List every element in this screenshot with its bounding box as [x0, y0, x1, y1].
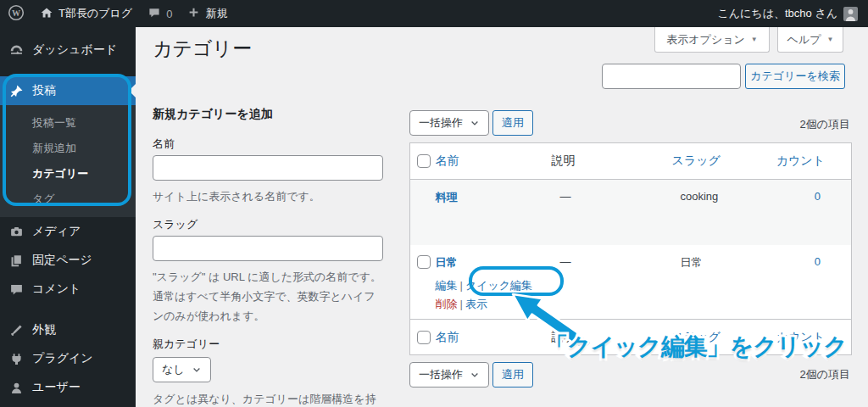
posts-submenu: 投稿一覧 新規追加 カテゴリー タグ	[0, 105, 136, 217]
sidebar-item-label: メディア	[32, 224, 81, 239]
paintbrush-icon	[8, 321, 25, 338]
parent-category-label: 親カテゴリー	[153, 337, 383, 352]
sidebar-item-label: ユーザー	[32, 380, 81, 395]
sidebar-item-users[interactable]: ユーザー	[0, 373, 136, 402]
sidebar-item-media[interactable]: メディア	[0, 217, 136, 246]
apply-button[interactable]: 適用	[492, 110, 533, 136]
admin-bar: W T部長のブログ 0 新規 こんにちは、tbcho さん	[0, 0, 868, 27]
category-count-link[interactable]: 0	[815, 255, 821, 268]
category-slug: 日常	[672, 245, 771, 320]
column-header-count[interactable]: カウント	[771, 143, 852, 180]
categories-list: 一括操作 適用 2個の項目 名前 説明 スラッグ カウント 料理	[409, 110, 851, 387]
parent-category-select[interactable]: なし	[153, 357, 211, 382]
page-title: カテゴリー	[153, 36, 252, 61]
category-description: —	[552, 245, 672, 320]
submenu-item-all-posts[interactable]: 投稿一覧	[0, 110, 136, 136]
my-account-menu[interactable]: こんにちは、tbcho さん	[717, 6, 868, 21]
item-count: 2個の項目	[799, 367, 850, 382]
pushpin-icon	[8, 82, 25, 99]
edit-link[interactable]: 編集	[436, 279, 458, 292]
sidebar-item-comments[interactable]: コメント	[0, 275, 136, 304]
home-icon	[40, 6, 53, 22]
comment-icon	[8, 281, 25, 298]
menu-separator	[0, 304, 136, 315]
apply-button[interactable]: 適用	[492, 362, 533, 387]
category-description: —	[552, 180, 672, 245]
wordpress-logo-icon: W	[8, 4, 25, 24]
sidebar-item-tools-partial[interactable]	[0, 402, 136, 407]
comments-menu[interactable]: 0	[140, 0, 180, 27]
avatar	[843, 7, 858, 21]
category-slug-input[interactable]	[153, 236, 383, 261]
parent-description: タグとは異なり、カテゴリーは階層構造を持つことができます。たとえば、ジャズという…	[153, 389, 383, 407]
bulk-action-select[interactable]: 一括操作	[409, 362, 489, 387]
screen-options-button[interactable]: 表示オプション ▼	[654, 27, 770, 53]
search-categories-button[interactable]: カテゴリーを検索	[745, 64, 845, 89]
sidebar-item-label: 投稿	[32, 83, 56, 98]
sidebar-item-pages[interactable]: 固定ページ	[0, 246, 136, 275]
camera-icon	[8, 223, 25, 240]
bulk-actions-top: 一括操作 適用 2個の項目	[409, 110, 851, 136]
sidebar-item-posts[interactable]: 投稿	[0, 76, 136, 105]
column-header-description: 説明	[552, 143, 672, 180]
add-category-form: 新規カテゴリーを追加 名前 サイト上に表示される名前です。 スラッグ "スラッグ…	[153, 107, 383, 407]
column-footer-slug[interactable]: スラッグ	[672, 320, 771, 355]
separator: |	[458, 298, 465, 310]
comment-bubble-icon	[147, 6, 161, 22]
bulk-action-select[interactable]: 一括操作	[409, 110, 489, 136]
sidebar-item-label: ダッシュボード	[32, 42, 117, 58]
sidebar-item-dashboard[interactable]: ダッシュボード	[0, 36, 136, 64]
slug-description: "スラッグ" は URL に適した形式の名前です。通常はすべて半角小文字で、英数…	[153, 267, 383, 326]
quick-edit-link[interactable]: クイック編集	[465, 279, 532, 292]
sidebar-item-label: プラグイン	[32, 351, 93, 366]
row-checkbox[interactable]	[417, 255, 431, 269]
chevron-down-icon	[192, 365, 202, 375]
categories-table: 名前 説明 スラッグ カウント 料理 — cooking 0 日常	[409, 142, 852, 355]
main-content: 表示オプション ▼ ヘルプ ▼ カテゴリー カテゴリーを検索 新規カテゴリーを追…	[136, 27, 868, 407]
dashboard-icon	[8, 42, 25, 59]
slug-label: スラッグ	[153, 217, 383, 232]
new-content-menu[interactable]: 新規	[180, 0, 235, 27]
category-slug: cooking	[672, 180, 771, 245]
screen-options-label: 表示オプション	[666, 32, 745, 47]
help-label: ヘルプ	[787, 32, 821, 47]
column-footer-name[interactable]: 名前	[436, 320, 552, 355]
help-button[interactable]: ヘルプ ▼	[777, 27, 843, 53]
category-name-link[interactable]: 料理	[436, 191, 458, 204]
select-all-checkbox[interactable]	[417, 154, 431, 168]
chevron-down-icon: ▼	[751, 36, 758, 43]
sidebar-item-label: コメント	[32, 282, 81, 297]
wp-logo-menu[interactable]: W	[0, 0, 32, 27]
row-actions: 編集|クイック編集 削除|表示	[436, 276, 552, 314]
category-name-input[interactable]	[153, 155, 383, 181]
name-label: 名前	[153, 137, 383, 152]
sidebar-item-plugins[interactable]: プラグイン	[0, 344, 136, 373]
column-footer-count[interactable]: カウント	[771, 320, 852, 355]
parent-category-value: なし	[162, 362, 185, 377]
submenu-item-add-new[interactable]: 新規追加	[0, 136, 136, 161]
bulk-actions-bottom: 一括操作 適用 2個の項目	[409, 362, 851, 387]
category-name-link[interactable]: 日常	[436, 256, 458, 269]
column-header-slug[interactable]: スラッグ	[672, 143, 771, 180]
table-row: 日常 編集|クイック編集 削除|表示 — 日常 0	[410, 245, 852, 320]
view-link[interactable]: 表示	[465, 298, 487, 310]
column-footer-description: 説明	[552, 320, 672, 355]
user-icon	[8, 379, 25, 396]
new-label: 新規	[205, 6, 227, 21]
column-header-name[interactable]: 名前	[436, 143, 552, 180]
search-input[interactable]	[602, 64, 741, 89]
sidebar-item-appearance[interactable]: 外観	[0, 315, 136, 344]
pages-icon	[8, 252, 25, 269]
submenu-item-categories[interactable]: カテゴリー	[0, 161, 136, 187]
category-count-link[interactable]: 0	[815, 190, 821, 203]
delete-link[interactable]: 削除	[436, 298, 458, 310]
site-name-menu[interactable]: T部長のブログ	[32, 0, 140, 27]
bulk-action-value: 一括操作	[419, 367, 463, 382]
chevron-down-icon	[470, 118, 480, 128]
bulk-action-value: 一括操作	[419, 115, 463, 131]
form-heading: 新規カテゴリーを追加	[153, 107, 383, 122]
admin-sidebar: ダッシュボード 投稿 投稿一覧 新規追加 カテゴリー タグ メディア 固定ページ	[0, 27, 136, 407]
submenu-item-tags[interactable]: タグ	[0, 187, 136, 212]
name-description: サイト上に表示される名前です。	[153, 187, 383, 206]
select-all-checkbox[interactable]	[417, 331, 431, 344]
